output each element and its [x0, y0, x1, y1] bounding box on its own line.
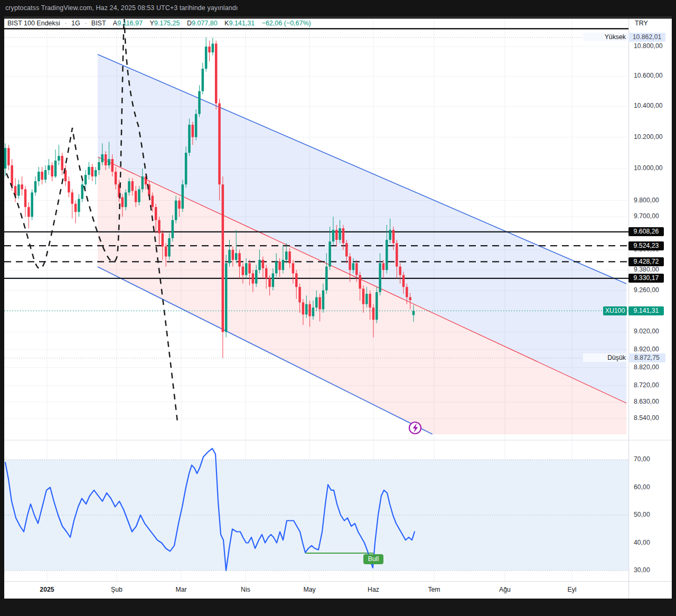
candle-body	[7, 148, 10, 165]
candle-body	[17, 184, 20, 195]
tradingview-published-chart: { "frame": { "attribution": "cryptocatss…	[0, 0, 676, 616]
time-tick-label[interactable]: Mar	[175, 586, 186, 593]
candle-body	[195, 114, 198, 137]
attribution-text: cryptocatss TradingView.com, Haz 24, 202…	[5, 4, 238, 12]
candle-body	[11, 165, 13, 186]
candle-body	[295, 273, 298, 287]
change-value: −62,06 (−0,67%)	[262, 20, 311, 27]
candle-body	[392, 230, 395, 243]
candle-body	[252, 273, 255, 283]
price-tick-label: 10.400,00	[634, 102, 663, 109]
candle-body	[412, 311, 415, 315]
candle-body	[349, 257, 351, 270]
candle-body	[406, 287, 408, 297]
candle-body	[238, 253, 241, 266]
candle-body	[302, 302, 305, 314]
candle-body	[218, 104, 221, 185]
candle-body	[168, 238, 171, 257]
time-tick-label[interactable]: 2025	[40, 586, 54, 593]
candle-body	[41, 172, 43, 180]
price-level-axis-label: 9.608,26	[628, 227, 664, 236]
candle-body	[172, 220, 174, 238]
candle-body	[91, 167, 93, 176]
candle-body	[298, 287, 301, 302]
candle-body	[379, 263, 381, 292]
current-price-label: 9.141,31	[628, 306, 664, 315]
low-marker-price: 8.872,75	[628, 353, 665, 362]
candle-body	[135, 191, 137, 202]
legend-interval: 1G	[71, 20, 80, 27]
time-tick-label[interactable]: May	[303, 586, 315, 593]
candle-body	[158, 220, 161, 234]
rsi-tick-label: 40,00	[634, 539, 650, 546]
candle-body	[81, 184, 83, 199]
candle-body	[24, 189, 27, 207]
candle-body	[44, 170, 47, 180]
candle-body	[4, 148, 7, 169]
symbol-legend[interactable]: BIST 100 Endeksi · 1G · BIST A9.116,97 Y…	[7, 20, 311, 27]
candle-body	[245, 263, 248, 275]
candle-body	[265, 268, 268, 278]
chart-canvas[interactable]	[0, 0, 676, 616]
candle-body	[175, 201, 177, 220]
current-symbol-tag: XU100	[603, 306, 627, 315]
candle-body	[255, 270, 258, 284]
candle-body	[372, 307, 375, 320]
candle-body	[198, 91, 201, 114]
candle-body	[78, 199, 80, 212]
candle-body	[339, 228, 341, 240]
time-tick-label[interactable]: Ağu	[499, 586, 511, 593]
candle-body	[101, 154, 104, 162]
time-tick-label[interactable]: Haz	[368, 586, 379, 593]
candle-body	[98, 162, 100, 170]
candle-body	[125, 192, 127, 207]
descending-channel	[98, 54, 626, 434]
legend-symbol: BIST 100 Endeksi	[7, 20, 60, 27]
rsi-tick-label: 60,00	[634, 483, 650, 491]
candle-body	[282, 260, 285, 270]
candle-body	[375, 292, 378, 320]
axis-currency-label[interactable]: TRY	[635, 20, 648, 27]
candle-body	[95, 170, 97, 176]
open-label: A	[113, 20, 117, 27]
candle-body	[68, 181, 70, 192]
candle-body	[115, 172, 117, 184]
price-tick-label: 8.720,00	[634, 381, 659, 389]
low-label: D	[187, 20, 192, 27]
candle-body	[275, 262, 278, 273]
candle-body	[328, 241, 331, 266]
candle-body	[152, 195, 154, 207]
price-tick-label: 10.800,00	[634, 42, 663, 50]
bull-divergence-label[interactable]: Bull	[363, 554, 383, 564]
time-tick-label[interactable]: Tem	[428, 586, 440, 593]
candle-body	[205, 46, 208, 69]
candle-body	[188, 125, 191, 153]
time-tick-label[interactable]: Şub	[111, 586, 123, 593]
legend-underline	[4, 28, 628, 29]
right-margin	[672, 17, 676, 599]
price-tick-label: 10.200,00	[634, 133, 663, 141]
candle-body	[305, 304, 308, 315]
candle-body	[138, 189, 140, 202]
candle-body	[128, 181, 130, 192]
candle-body	[212, 44, 214, 53]
candle-body	[409, 297, 411, 301]
candle-body	[111, 159, 114, 172]
high-value: 9.175,25	[154, 20, 180, 27]
candle-body	[308, 304, 311, 316]
candle-body	[318, 297, 321, 310]
time-tick-label[interactable]: Eyl	[567, 586, 576, 593]
candle-body	[362, 288, 365, 304]
price-tick-label: 9.700,00	[634, 212, 659, 220]
candle-body	[142, 176, 144, 189]
candle-body	[359, 275, 361, 289]
candle-body	[315, 297, 318, 308]
candle-body	[71, 192, 73, 203]
open-value: 9.116,97	[117, 20, 143, 27]
legend-exchange: BIST	[91, 20, 106, 27]
low-value: 9.077,80	[192, 20, 218, 27]
candle-body	[268, 278, 271, 287]
candle-body	[192, 125, 194, 137]
candle-body	[312, 307, 315, 316]
time-tick-label[interactable]: Nis	[241, 586, 250, 593]
